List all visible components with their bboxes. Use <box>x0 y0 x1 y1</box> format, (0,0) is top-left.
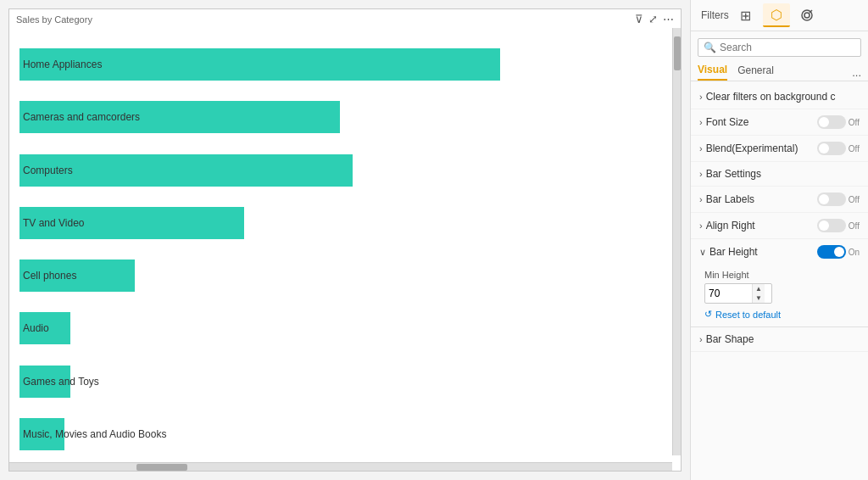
bar-label: Audio <box>23 322 49 334</box>
format-row-bar-shape[interactable]: › Bar Shape <box>691 327 868 352</box>
bar-height-toggle[interactable] <box>817 245 846 259</box>
chart-title: Sales by Category <box>16 14 92 25</box>
bar-label: Cell phones <box>23 270 76 282</box>
chart-panel: Sales by Category ⊽ ⤢ ⋯ Home AppliancesC… <box>0 0 690 480</box>
bar-height-header[interactable]: ∨ Bar Height On <box>691 239 868 265</box>
align-right-label: Align Right <box>706 220 755 232</box>
bar-row: TV and Video <box>19 201 660 245</box>
bar-label: Music, Movies and Audio Books <box>23 428 166 440</box>
chevron-blend: › <box>699 143 703 153</box>
font-size-label: Font Size <box>706 116 749 128</box>
reset-link[interactable]: ↺ Reset to default <box>704 309 858 320</box>
format-row-blend[interactable]: › Blend(Experimental) Off <box>691 136 868 162</box>
blend-toggle-knob <box>819 143 829 153</box>
blend-toggle-text: Off <box>849 144 860 153</box>
chevron-clear-filters: › <box>699 92 703 102</box>
bar-settings-label: Bar Settings <box>706 168 761 180</box>
font-size-toggle-text: Off <box>849 118 860 127</box>
expand-icon[interactable]: ⤢ <box>648 13 658 25</box>
font-size-toggle[interactable] <box>817 115 846 129</box>
format-panel-tabs: Filters ⊞ ⬡ <box>691 0 868 31</box>
bar-label: Cameras and camcorders <box>23 111 140 123</box>
reset-icon: ↺ <box>704 309 712 320</box>
chart-container: Sales by Category ⊽ ⤢ ⋯ Home AppliancesC… <box>8 8 682 472</box>
format-tab-icon[interactable]: ⬡ <box>763 3 790 27</box>
search-icon: 🔍 <box>704 42 716 53</box>
format-panel: Filters ⊞ ⬡ 🔍 Visual General ... › Clear… <box>690 0 868 480</box>
blend-label: Blend(Experimental) <box>706 142 798 154</box>
bar-labels-toggle[interactable] <box>817 193 846 206</box>
bar-label: Home Appliances <box>23 59 102 70</box>
chevron-bar-height: ∨ <box>699 247 706 258</box>
more-icon[interactable]: ⋯ <box>663 13 674 25</box>
format-row-bar-labels[interactable]: › Bar Labels Off <box>691 187 868 213</box>
bar-row: Audio <box>19 306 660 350</box>
filters-label: Filters <box>701 9 729 21</box>
format-row-font-size[interactable]: › Font Size Off <box>691 109 868 136</box>
chart-toolbar: ⊽ ⤢ ⋯ <box>635 13 674 25</box>
bar-shape-label: Bar Shape <box>706 333 754 345</box>
bar-row: Computers <box>19 148 660 193</box>
chart-hscrollbar-thumb[interactable] <box>136 464 187 471</box>
search-box[interactable]: 🔍 <box>698 38 861 57</box>
bar-row: Home Appliances <box>19 42 660 87</box>
align-right-toggle[interactable] <box>817 219 846 232</box>
chart-hscrollbar[interactable] <box>9 462 672 471</box>
visual-general-tabs: Visual General ... <box>691 60 868 81</box>
table-tab-icon[interactable]: ⊞ <box>732 3 760 27</box>
number-spinners: ▲ ▼ <box>752 284 765 303</box>
chevron-bar-labels: › <box>699 194 703 204</box>
chevron-font-size: › <box>699 117 703 127</box>
bar-label: Computers <box>23 165 73 176</box>
chevron-bar-settings: › <box>699 169 703 179</box>
bar-height-toggle-knob <box>834 247 844 257</box>
bar-labels-toggle-knob <box>819 194 829 204</box>
min-height-input[interactable] <box>705 286 752 301</box>
chevron-align-right: › <box>699 220 703 231</box>
analytics-tab-icon[interactable] <box>793 3 821 27</box>
format-row-align-right[interactable]: › Align Right Off <box>691 213 868 239</box>
bar-labels-label: Bar Labels <box>706 193 754 205</box>
bar-height-toggle-text: On <box>849 248 860 257</box>
align-right-toggle-text: Off <box>849 221 860 231</box>
format-row-bar-settings[interactable]: › Bar Settings <box>691 162 868 187</box>
format-row-clear-filters[interactable]: › Clear filters on background c <box>691 85 868 109</box>
bar-height-label: Bar Height <box>709 246 758 258</box>
search-input[interactable] <box>720 42 855 53</box>
bar-label: Games and Toys <box>23 376 99 388</box>
align-right-toggle-knob <box>819 220 829 231</box>
format-options: › Clear filters on background c › Font S… <box>691 81 868 480</box>
bar-row: Cell phones <box>19 254 660 298</box>
tab-general[interactable]: General <box>737 64 774 80</box>
bar-row: Music, Movies and Audio Books <box>19 412 660 456</box>
chart-vscrollbar-thumb[interactable] <box>674 36 681 70</box>
tab-visual[interactable]: Visual <box>698 64 727 81</box>
format-section-bar-height: ∨ Bar Height On Min Height ▲ ▼ <box>691 239 868 327</box>
bar-row: Cameras and camcorders <box>19 95 660 139</box>
spinner-up[interactable]: ▲ <box>753 284 765 293</box>
chevron-bar-shape: › <box>699 334 703 344</box>
filter-icon[interactable]: ⊽ <box>635 13 643 25</box>
bar-height-body: Min Height ▲ ▼ ↺ Reset to default <box>691 265 868 327</box>
bar-label: TV and Video <box>23 217 85 229</box>
font-size-toggle-knob <box>819 117 829 127</box>
bar-labels-toggle-text: Off <box>849 195 860 204</box>
clear-filters-label: Clear filters on background c <box>706 91 836 103</box>
tab-more[interactable]: ... <box>852 66 861 79</box>
min-height-input-wrapper[interactable]: ▲ ▼ <box>704 283 772 304</box>
min-height-label: Min Height <box>704 270 858 280</box>
svg-point-1 <box>804 13 810 18</box>
reset-label: Reset to default <box>715 310 781 320</box>
chart-vscrollbar[interactable] <box>672 28 681 455</box>
bar-row: Games and Toys <box>19 360 660 404</box>
blend-toggle[interactable] <box>817 142 846 155</box>
bar-chart: Home AppliancesCameras and camcordersCom… <box>13 35 677 464</box>
spinner-down[interactable]: ▼ <box>753 293 765 303</box>
